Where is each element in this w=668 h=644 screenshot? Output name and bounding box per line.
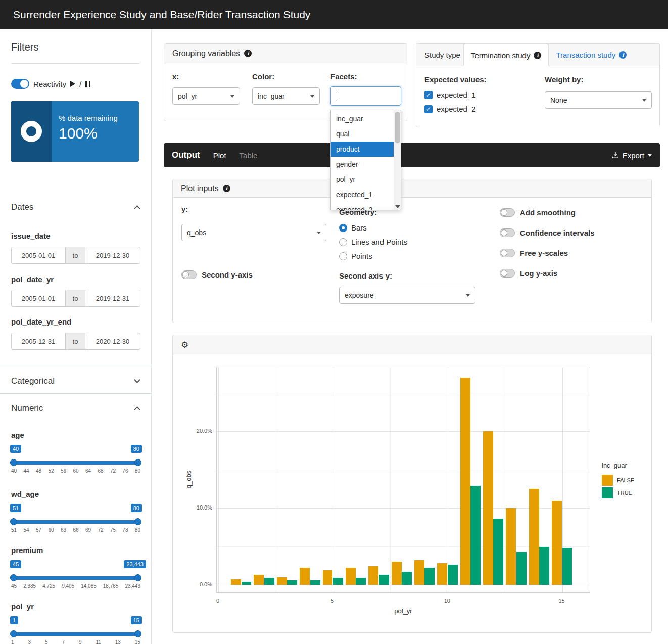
pause-icon[interactable] bbox=[85, 81, 90, 87]
expected-2-checkbox-row[interactable]: expected_2 bbox=[424, 105, 476, 113]
geometry-option-lines-points[interactable]: Lines and Points bbox=[339, 238, 407, 246]
facets-option-inc_guar[interactable]: inc_guar bbox=[331, 111, 394, 126]
pol-yr-slider[interactable] bbox=[11, 632, 140, 636]
facets-option-pol_yr[interactable]: pol_yr bbox=[331, 172, 394, 187]
pol-date-yr-end-to-input[interactable]: 2020-12-30 bbox=[85, 333, 140, 350]
x-var-label: x: bbox=[172, 72, 179, 81]
reactivity-toggle[interactable] bbox=[11, 79, 29, 89]
bar-false-polyr-13 bbox=[506, 508, 516, 585]
add-smoothing-toggle-row[interactable]: Add smoothing bbox=[500, 208, 576, 217]
x-axis-title: pol_yr bbox=[216, 607, 590, 615]
second-axis-y-select[interactable]: exposure bbox=[339, 287, 475, 304]
radio-unchecked-icon[interactable] bbox=[339, 238, 347, 246]
weight-by-select[interactable]: None bbox=[545, 91, 652, 109]
section-numeric[interactable]: Numeric bbox=[11, 403, 139, 413]
issue-date-from-input[interactable]: 2005-01-01 bbox=[11, 247, 66, 264]
tab-table[interactable]: Table bbox=[240, 151, 258, 160]
free-y-scales-toggle-row[interactable]: Free y-scales bbox=[500, 249, 568, 257]
grouping-variables-header: Grouping variables bbox=[164, 44, 407, 63]
age-slider-handle-max[interactable] bbox=[134, 459, 141, 466]
data-remaining-text: % data remaining 100% bbox=[52, 101, 139, 162]
play-icon[interactable] bbox=[70, 81, 75, 87]
info-icon[interactable] bbox=[244, 50, 252, 57]
toggle-off-icon[interactable] bbox=[500, 249, 515, 257]
app-header: Surrender Experience Study and Base/Ride… bbox=[0, 0, 668, 29]
facets-input[interactable] bbox=[330, 86, 401, 106]
geometry-option-points[interactable]: Points bbox=[339, 252, 372, 260]
filters-title: Filters bbox=[11, 41, 38, 53]
wd-age-slider-ticks: 5154576063666972757880 bbox=[11, 527, 140, 533]
bar-false-polyr-9 bbox=[414, 560, 424, 585]
issue-date-to-input[interactable]: 2019-12-30 bbox=[85, 247, 140, 264]
facets-option-gender[interactable]: gender bbox=[331, 157, 394, 172]
bar-false-polyr-1 bbox=[231, 579, 241, 585]
output-title: Output bbox=[172, 150, 200, 160]
facets-option-product[interactable]: product bbox=[331, 142, 394, 157]
pol-yr-slider-handle-min[interactable] bbox=[10, 630, 17, 637]
tab-transaction-study[interactable]: Transaction study bbox=[549, 44, 634, 66]
scrollbar-down-arrow[interactable] bbox=[395, 205, 400, 208]
toggle-off-icon[interactable] bbox=[500, 269, 515, 278]
pol-date-yr-to-input[interactable]: 2019-12-31 bbox=[85, 290, 140, 307]
slider-tick: 80 bbox=[135, 468, 140, 474]
section-dates[interactable]: Dates bbox=[11, 202, 139, 212]
premium-slider-handle-max[interactable] bbox=[134, 574, 141, 581]
second-y-axis-toggle-row[interactable]: Second y-axis bbox=[181, 270, 253, 279]
bar-false-polyr-3 bbox=[277, 577, 287, 585]
export-button[interactable]: Export bbox=[612, 151, 652, 160]
age-slider-handle-min[interactable] bbox=[10, 459, 17, 466]
dropdown-scrollbar[interactable] bbox=[394, 110, 401, 210]
radio-checked-icon[interactable] bbox=[339, 224, 347, 232]
expected-2-label: expected_2 bbox=[437, 105, 476, 113]
plot-inputs-card: Plot inputs y: q_obs Geometry: Bars Line… bbox=[172, 179, 652, 323]
tab-plot[interactable]: Plot bbox=[213, 151, 226, 160]
toggle-off-icon[interactable] bbox=[181, 270, 197, 279]
slider-tick: 80 bbox=[135, 527, 140, 533]
section-divider bbox=[0, 366, 151, 366]
tab-termination-label: Termination study bbox=[471, 51, 531, 60]
expected-1-checkbox-row[interactable]: expected_1 bbox=[424, 90, 476, 99]
section-numeric-label: Numeric bbox=[11, 403, 43, 413]
study-type-label: Study type bbox=[424, 51, 460, 59]
age-slider-ticks: 4044485256606468727680 bbox=[11, 468, 140, 474]
color-var-value: inc_guar bbox=[258, 92, 285, 100]
tab-termination-study[interactable]: Termination study bbox=[463, 44, 549, 66]
radio-unchecked-icon[interactable] bbox=[339, 252, 347, 260]
info-icon[interactable] bbox=[223, 185, 230, 192]
expected-values-label: Expected values: bbox=[424, 75, 487, 84]
bar-true-polyr-13 bbox=[516, 552, 527, 585]
checkbox-checked-icon[interactable] bbox=[424, 91, 433, 99]
toggle-off-icon[interactable] bbox=[500, 228, 515, 237]
confidence-intervals-toggle-row[interactable]: Confidence intervals bbox=[500, 228, 595, 237]
facets-option-expected_2[interactable]: expected_2 bbox=[331, 202, 394, 210]
age-slider[interactable] bbox=[11, 461, 140, 465]
y-var-select[interactable]: q_obs bbox=[181, 224, 326, 241]
slider-tick: 60 bbox=[73, 468, 78, 474]
info-icon[interactable] bbox=[534, 52, 541, 59]
facets-option-qual[interactable]: qual bbox=[331, 126, 394, 142]
wd-age-slider[interactable] bbox=[11, 520, 140, 524]
issue-date-range: 2005-01-01 to 2019-12-30 bbox=[11, 247, 140, 264]
geometry-option-bars[interactable]: Bars bbox=[339, 223, 367, 232]
info-icon[interactable] bbox=[619, 51, 627, 59]
premium-slider[interactable] bbox=[11, 576, 140, 580]
x-var-select[interactable]: pol_yr bbox=[172, 87, 240, 105]
pol-date-yr-from-input[interactable]: 2005-01-01 bbox=[11, 290, 66, 307]
facets-dropdown-list: inc_guarqualproductgenderpol_yrexpected_… bbox=[331, 110, 394, 210]
wd-age-slider-handle-min[interactable] bbox=[10, 518, 17, 525]
gridline-minor bbox=[390, 367, 391, 592]
pol-yr-slider-handle-max[interactable] bbox=[134, 630, 141, 637]
gear-icon[interactable] bbox=[181, 340, 188, 350]
scrollbar-thumb[interactable] bbox=[395, 112, 400, 143]
wd-age-slider-handle-max[interactable] bbox=[134, 518, 141, 525]
checkbox-checked-icon[interactable] bbox=[424, 105, 433, 113]
slider-tick: 69 bbox=[85, 527, 91, 533]
premium-slider-handle-min[interactable] bbox=[10, 574, 17, 581]
facets-option-expected_1[interactable]: expected_1 bbox=[331, 187, 394, 202]
color-var-select[interactable]: inc_guar bbox=[252, 87, 320, 105]
toggle-off-icon[interactable] bbox=[500, 208, 515, 217]
pol-date-yr-end-from-input[interactable]: 2005-12-31 bbox=[11, 333, 66, 350]
section-categorical[interactable]: Categorical bbox=[11, 376, 139, 386]
log-y-axis-toggle-row[interactable]: Log y-axis bbox=[500, 269, 557, 278]
slider-tick: 45 bbox=[11, 583, 17, 589]
